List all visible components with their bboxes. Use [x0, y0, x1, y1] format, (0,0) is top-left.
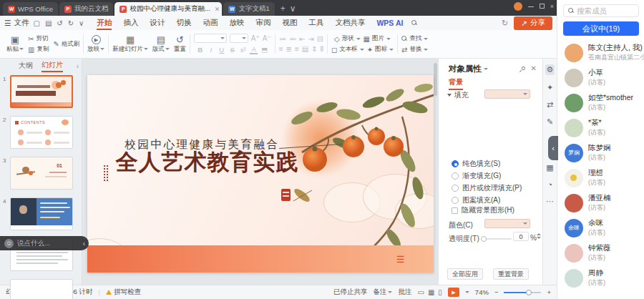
cut-button[interactable]: ✂剪切: [28, 34, 49, 43]
ribbon-search-icon[interactable]: [411, 20, 417, 26]
member-row[interactable]: 陈文(主持人, 我) 苍南县宜山镇第二小...: [557, 40, 644, 65]
ribbon-tab[interactable]: 插入: [117, 16, 144, 30]
indent-icon[interactable]: ⇥: [308, 35, 314, 43]
close-panel-icon[interactable]: ✕: [531, 64, 537, 72]
ribbon-tab[interactable]: 文档共享: [329, 16, 371, 30]
template-tool-icon[interactable]: ▦: [546, 163, 553, 172]
layout-button[interactable]: ▤ 版式: [152, 35, 170, 54]
fill-option-radio[interactable]: 纯色填充(S): [452, 159, 500, 169]
decrease-font-icon[interactable]: A⁻: [263, 34, 271, 42]
member-row[interactable]: 如茔*smother (访客): [557, 90, 644, 115]
highlight-button[interactable]: ⬒: [260, 46, 268, 54]
ribbon-tab[interactable]: 审阅: [250, 16, 276, 30]
background-tab[interactable]: 背景: [449, 77, 463, 90]
panel-collapse-icon[interactable]: ‹: [77, 62, 79, 70]
close-window-button[interactable]: ×: [550, 4, 554, 10]
paste-button[interactable]: ▣ 粘贴: [6, 35, 24, 54]
transition-tool-icon[interactable]: ⇄: [547, 100, 553, 109]
replace-button[interactable]: ⇄替换: [401, 45, 428, 54]
textbox-button[interactable]: ◻文本框: [331, 45, 364, 54]
fill-option-radio[interactable]: 图片或纹理填充(P): [452, 183, 522, 193]
reset-background-button[interactable]: 重置背景: [493, 268, 529, 280]
user-avatar[interactable]: [514, 2, 522, 11]
member-search-box[interactable]: [563, 4, 639, 17]
new-slide-button[interactable]: ▦ 新建幻灯片: [112, 35, 148, 54]
zoom-out-button[interactable]: −: [494, 288, 499, 296]
document-tab[interactable]: P 我的云文档: [59, 2, 114, 16]
line-spacing-icon[interactable]: ⇕: [311, 45, 317, 53]
undo-icon[interactable]: ↺: [57, 19, 62, 27]
superscript-button[interactable]: x²: [239, 46, 247, 54]
slideshow-play-button[interactable]: ▶: [448, 288, 459, 297]
member-row[interactable]: 梦娴 陈梦娴 (访客): [557, 140, 644, 165]
ribbon-tab[interactable]: 切换: [170, 16, 197, 30]
canvas-scrollbar[interactable]: [434, 63, 437, 96]
play-options-caret[interactable]: [465, 291, 469, 293]
italic-button[interactable]: I: [207, 46, 215, 54]
increase-font-icon[interactable]: A⁺: [251, 34, 260, 42]
normal-view-icon[interactable]: ▭: [417, 288, 424, 296]
picture-button[interactable]: ▦图片: [364, 34, 391, 43]
emoji-icon[interactable]: ☺: [4, 239, 14, 248]
timer-tool-icon[interactable]: ◔: [547, 180, 552, 189]
effects-tool-icon[interactable]: ✦: [547, 83, 553, 92]
member-row[interactable]: 潘亚楠 (访客): [557, 190, 644, 215]
fill-color-dropdown[interactable]: [484, 89, 530, 99]
print-icon[interactable]: ▤: [45, 19, 52, 27]
share-state[interactable]: 已停止共享: [333, 288, 368, 297]
align-center-icon[interactable]: ≣: [286, 45, 292, 53]
align-right-icon[interactable]: ≡: [295, 45, 299, 53]
member-row[interactable]: 钟紫薇 (访客): [557, 240, 644, 265]
shapes-button[interactable]: ◇形状: [334, 34, 361, 43]
zoom-slider[interactable]: [504, 292, 541, 293]
tab-list-dropdown-icon[interactable]: ∨: [290, 4, 296, 14]
text-direction-icon[interactable]: ⊟: [317, 35, 323, 43]
ribbon-tab[interactable]: 动画: [197, 16, 223, 30]
ribbon-tab[interactable]: 工具: [303, 16, 329, 30]
fill-option-radio[interactable]: 渐变填充(G): [452, 171, 501, 181]
member-row[interactable]: *茶* (访客): [557, 115, 644, 140]
restore-button[interactable]: [540, 4, 545, 10]
format-painter-button[interactable]: ✎格式刷: [53, 40, 79, 49]
save-icon[interactable]: ▢: [33, 19, 39, 27]
document-tab[interactable]: W 文字文稿1: [223, 2, 274, 16]
outdent-icon[interactable]: ⇤: [299, 35, 305, 43]
edit-tool-icon[interactable]: ✎: [547, 117, 553, 127]
member-search-input[interactable]: [577, 6, 627, 15]
apply-all-button[interactable]: 全部应用: [447, 268, 483, 280]
slide-editing-area[interactable]: 校园中心理健康与美育融合 全人艺术教育实践 ☰: [87, 75, 434, 273]
meeting-chat-input-bar[interactable]: ☺ 说点什么... ‹: [0, 236, 89, 250]
file-menu-button[interactable]: ☰ 文件: [4, 18, 29, 28]
strikethrough-button[interactable]: S: [228, 46, 236, 54]
new-tab-button[interactable]: +: [280, 4, 286, 14]
ribbon-tab[interactable]: WPS AI: [371, 16, 409, 30]
slide-canvas[interactable]: 校园中心理健康与美育融合 全人艺术教育实践 ☰: [82, 59, 438, 285]
reading-view-icon[interactable]: ▯: [438, 288, 442, 296]
in-meeting-button[interactable]: 会议中(19): [563, 21, 639, 36]
chat-placeholder[interactable]: 说点什么...: [17, 239, 50, 248]
reset-button[interactable]: ↺ 重置: [174, 35, 186, 54]
transparency-value-input[interactable]: 0: [513, 232, 529, 241]
transparency-slider[interactable]: [482, 238, 512, 240]
meeting-panel-collapse-handle[interactable]: ‹: [548, 136, 558, 160]
outline-tab[interactable]: 大纲: [19, 61, 33, 71]
copy-button[interactable]: ▥复制: [28, 45, 49, 54]
transparency-stepper[interactable]: [537, 233, 541, 239]
ribbon-tab[interactable]: 设计: [144, 16, 170, 30]
bold-button[interactable]: B: [196, 46, 204, 54]
redo-icon[interactable]: ↻: [68, 19, 74, 27]
chat-collapse-icon[interactable]: ‹: [83, 240, 85, 247]
properties-tool-icon[interactable]: ⚙: [545, 64, 555, 75]
bullets-icon[interactable]: ≔: [279, 35, 286, 43]
document-tab[interactable]: P 校园中心理健康与美育融... ✕: [114, 2, 222, 16]
sync-icon[interactable]: ↻: [502, 19, 508, 28]
font-color-button[interactable]: A: [250, 45, 258, 54]
zoom-in-button[interactable]: +: [547, 288, 551, 296]
more-tools-icon[interactable]: ⋯: [546, 197, 554, 206]
spellcheck-status[interactable]: 拼写检查: [106, 288, 141, 297]
align-left-icon[interactable]: ≡: [279, 45, 283, 53]
ribbon-tab[interactable]: 放映: [223, 16, 250, 30]
columns-icon[interactable]: ⫴: [321, 45, 323, 54]
member-row[interactable]: 理想 (访客): [557, 165, 644, 190]
member-row[interactable]: 周静 (访客): [557, 265, 644, 290]
